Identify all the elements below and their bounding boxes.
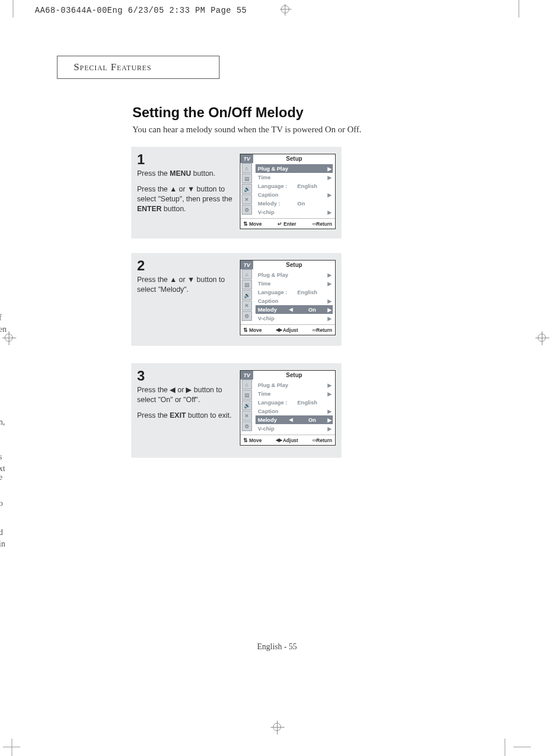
chevron-right-icon: ▶ — [328, 192, 332, 198]
page-title: Setting the On/Off Melody — [132, 104, 304, 121]
move-hint: Move — [243, 437, 262, 443]
step-number: 2 — [137, 258, 145, 274]
chevron-right-icon: ▶ — [328, 175, 332, 180]
osd-menu-row: V-chip▶ — [256, 314, 333, 323]
osd-category-icon: ▤ — [242, 390, 252, 400]
osd-menu: TVSetup⌂▤🔊✕⚙Plug & Play▶Time▶Language :E… — [240, 154, 336, 229]
osd-category-icon: ▤ — [242, 280, 252, 290]
section-header-box: Special Features — [57, 56, 220, 79]
osd-row-value: English — [294, 399, 330, 406]
osd-title: Setup — [253, 371, 335, 379]
osd-category-icons: ⌂▤🔊✕⚙ — [240, 163, 253, 218]
osd-row-label: Melody : — [258, 200, 294, 207]
osd-row-value: On — [294, 417, 330, 423]
chevron-right-icon: ▶ — [328, 166, 332, 172]
cutoff-text-fragment: f — [0, 313, 8, 323]
osd-menu-row: Plug & Play▶ — [256, 164, 333, 173]
osd-row-value: English — [294, 183, 330, 189]
osd-row-label: Time — [258, 390, 294, 397]
osd-menu-row: V-chip▶ — [256, 424, 333, 433]
osd-title: Setup — [253, 154, 335, 163]
chevron-right-icon: ▶ — [328, 307, 332, 313]
osd-menu-row: Language :English — [256, 182, 333, 190]
osd-menu: TVSetup⌂▤🔊✕⚙Plug & Play▶Time▶Language :E… — [240, 260, 336, 335]
osd-row-label: Plug & Play — [258, 165, 294, 172]
cutoff-text-fragment: in — [0, 540, 8, 549]
osd-menu-row: Time▶ — [256, 389, 333, 398]
osd-menu-row: Time▶ — [256, 279, 333, 288]
chevron-right-icon: ▶ — [328, 281, 332, 287]
chevron-right-icon: ▶ — [328, 298, 332, 304]
chevron-right-icon: ▶ — [328, 272, 332, 278]
return-hint: Return — [312, 437, 332, 443]
chevron-right-icon: ▶ — [328, 382, 332, 388]
crop-mark — [13, 0, 13, 17]
cutoff-text-fragment: s — [0, 453, 8, 462]
osd-menu-row: Melody◀On▶ — [256, 415, 333, 424]
cutoff-text-fragment: o — [0, 499, 8, 508]
osd-row-value: English — [294, 289, 330, 295]
registration-mark-bottom — [273, 723, 281, 731]
osd-category-icon: ⚙ — [242, 205, 252, 215]
osd-row-label: Melody — [258, 417, 294, 423]
osd-tv-label: TV — [240, 261, 253, 269]
step-instructions: Press the ▲ or ▼ button to select "Melod… — [137, 275, 236, 301]
print-header: AA68-03644A-00Eng 6/23/05 2:33 PM Page 5… — [35, 6, 247, 15]
osd-row-label: Plug & Play — [258, 272, 294, 278]
step-block-2: 2Press the ▲ or ▼ button to select "Melo… — [131, 253, 341, 346]
osd-row-label: Language : — [258, 399, 294, 406]
move-hint: Move — [243, 221, 262, 227]
osd-tv-label: TV — [240, 371, 253, 379]
cutoff-text-fragment: d — [0, 528, 8, 537]
left-arrow-icon: ◀ — [289, 417, 293, 422]
intro-text: You can hear a melody sound when the TV … — [132, 125, 361, 135]
adjust-hint: Adjust — [276, 327, 298, 333]
osd-category-icons: ⌂▤🔊✕⚙ — [240, 379, 253, 435]
crop-mark — [505, 739, 522, 756]
osd-category-icon: ▤ — [242, 173, 252, 183]
chevron-right-icon: ▶ — [328, 316, 332, 321]
osd-category-icon: ⌂ — [242, 269, 252, 279]
osd-menu-row: Melody :On — [256, 199, 333, 208]
cutoff-text-fragment: n, — [0, 418, 8, 427]
crop-mark — [519, 0, 519, 17]
cutoff-text-fragment: e — [0, 473, 8, 482]
osd-footer-hints: Move Enter Return — [240, 218, 335, 229]
step-number: 1 — [137, 151, 145, 168]
osd-category-icon: ⚙ — [242, 421, 252, 431]
osd-row-label: V-chip — [258, 209, 294, 215]
osd-menu-row: Language :English — [256, 288, 333, 296]
osd-category-icon: ✕ — [242, 301, 252, 310]
osd-footer-hints: Move Adjust Return — [240, 324, 335, 335]
registration-mark-left — [5, 334, 13, 342]
osd-row-value: On — [294, 200, 330, 207]
osd-tv-label: TV — [240, 154, 253, 163]
step-block-1: 1Press the MENU button.Press the ▲ or ▼ … — [131, 147, 341, 238]
osd-menu-row: Time▶ — [256, 173, 333, 182]
osd-row-value: On — [294, 306, 330, 313]
move-hint: Move — [243, 327, 262, 333]
chevron-right-icon: ▶ — [328, 209, 332, 215]
osd-row-label: Plug & Play — [258, 382, 294, 388]
osd-category-icon: 🔊 — [242, 184, 252, 194]
cutoff-text-fragment: en — [0, 325, 8, 334]
registration-mark-top — [281, 5, 289, 13]
osd-menu-row: Caption▶ — [256, 296, 333, 305]
step-number: 3 — [137, 368, 145, 384]
page-content: Special Features Setting the On/Off Melo… — [0, 23, 554, 756]
adjust-hint: Adjust — [276, 437, 298, 443]
return-hint: Return — [312, 221, 332, 227]
osd-footer-hints: Move Adjust Return — [240, 435, 335, 445]
osd-row-label: V-chip — [258, 425, 294, 432]
osd-category-icon: 🔊 — [242, 290, 252, 300]
chevron-right-icon: ▶ — [328, 417, 332, 423]
osd-row-label: Time — [258, 280, 294, 287]
osd-row-label: Language : — [258, 289, 294, 295]
step-block-3: 3Press the ◀ or ▶ button to select "On" … — [131, 363, 341, 458]
chevron-right-icon: ▶ — [328, 391, 332, 397]
enter-hint: Enter — [278, 221, 296, 227]
registration-mark-right — [538, 334, 546, 342]
left-arrow-icon: ◀ — [289, 307, 293, 312]
osd-category-icon: ⌂ — [242, 163, 252, 173]
osd-category-icon: ⌂ — [242, 379, 252, 389]
